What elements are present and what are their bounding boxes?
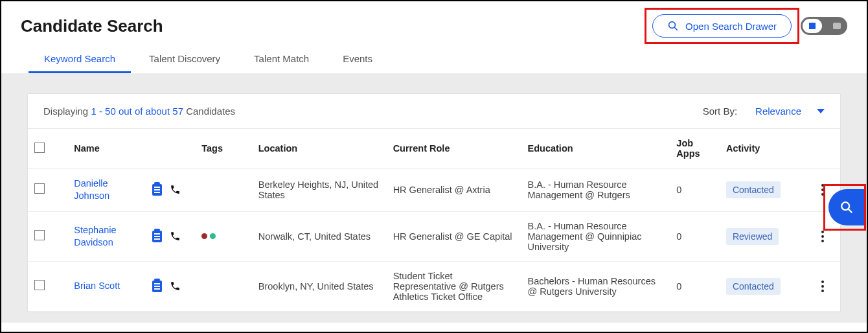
search-icon	[667, 20, 679, 32]
table-row: Brian ScottBrooklyn, NY, United StatesSt…	[28, 261, 840, 311]
candidate-job-apps: 0	[670, 261, 720, 311]
phone-icon	[170, 281, 181, 292]
phone-icon	[170, 231, 181, 242]
tag-dot	[201, 233, 207, 239]
svg-point-2	[841, 202, 849, 210]
candidate-job-apps: 0	[670, 211, 720, 261]
candidate-role: HR Generalist @ Axtria	[387, 168, 521, 212]
column-education: Education	[521, 129, 670, 168]
column-activity: Activity	[720, 129, 805, 168]
results-table: Name Tags Location Current Role Educatio…	[28, 129, 840, 312]
open-search-drawer-button[interactable]: Open Search Drawer	[652, 14, 792, 38]
candidate-role: Student Ticket Representative @ Rutgers …	[387, 261, 521, 311]
sort-dropdown[interactable]: Relevance	[755, 106, 825, 117]
list-view-icon	[809, 23, 816, 29]
candidate-education: B.A. - Human Resource Management @ Quinn…	[521, 211, 670, 261]
candidate-job-apps: 0	[670, 168, 720, 212]
table-row: Stephanie DavidsonNorwalk, CT, United St…	[28, 211, 840, 261]
candidate-education: B.A. - Human Resource Management @ Rutge…	[521, 168, 670, 212]
row-more-menu[interactable]	[811, 281, 834, 292]
row-more-menu[interactable]	[811, 231, 834, 242]
select-all-checkbox[interactable]	[34, 143, 45, 153]
results-count: Displaying 1 - 50 out of about 57 Candid…	[43, 106, 235, 117]
candidate-location: Brooklyn, NY, United States	[252, 261, 387, 311]
toggle-knob	[803, 19, 822, 33]
column-tags: Tags	[195, 129, 252, 168]
chevron-down-icon	[817, 109, 825, 113]
sort-by-label: Sort By:	[703, 106, 737, 117]
search-icon	[839, 200, 854, 214]
clipboard-icon[interactable]	[152, 281, 162, 292]
sort-value-text: Relevance	[755, 106, 801, 117]
activity-badge: Reviewed	[726, 228, 779, 245]
row-checkbox[interactable]	[34, 183, 45, 194]
row-checkbox[interactable]	[34, 230, 45, 240]
tab-events[interactable]: Events	[339, 47, 376, 73]
tabs: Keyword SearchTalent DiscoveryTalent Mat…	[1, 44, 867, 74]
tab-talent-match[interactable]: Talent Match	[250, 47, 313, 73]
candidate-name-link[interactable]: Danielle Johnson	[74, 178, 109, 201]
clipboard-icon[interactable]	[152, 231, 162, 242]
search-fab-button[interactable]	[828, 189, 865, 225]
card-view-icon	[833, 23, 841, 29]
tab-keyword-search[interactable]: Keyword Search	[40, 47, 119, 73]
svg-point-0	[669, 22, 676, 29]
row-checkbox[interactable]	[34, 280, 45, 290]
column-name: Name	[67, 129, 145, 168]
view-mode-toggle[interactable]	[801, 17, 847, 35]
page-title: Candidate Search	[21, 16, 163, 36]
activity-badge: Contacted	[726, 278, 781, 295]
candidate-location: Berkeley Heights, NJ, United States	[252, 168, 387, 212]
table-row: Danielle JohnsonBerkeley Heights, NJ, Un…	[28, 168, 840, 212]
tag-dots	[201, 233, 246, 239]
tag-dot	[210, 233, 216, 239]
svg-line-1	[674, 27, 678, 30]
candidate-name-link[interactable]: Stephanie Davidson	[74, 225, 116, 247]
candidate-name-link[interactable]: Brian Scott	[74, 281, 120, 291]
phone-icon	[170, 184, 181, 195]
svg-line-3	[849, 209, 852, 213]
activity-badge: Contacted	[726, 181, 781, 198]
clipboard-icon[interactable]	[152, 184, 162, 196]
column-job-apps: Job Apps	[670, 129, 720, 168]
candidate-location: Norwalk, CT, United States	[252, 211, 387, 261]
tab-talent-discovery[interactable]: Talent Discovery	[145, 47, 224, 73]
candidate-role: HR Generalist @ GE Capital	[387, 211, 521, 261]
column-current-role: Current Role	[387, 129, 521, 168]
open-search-drawer-label: Open Search Drawer	[685, 21, 777, 32]
column-location: Location	[252, 129, 387, 168]
candidate-education: Bachelors - Human Resources @ Rutgers Un…	[521, 261, 670, 311]
